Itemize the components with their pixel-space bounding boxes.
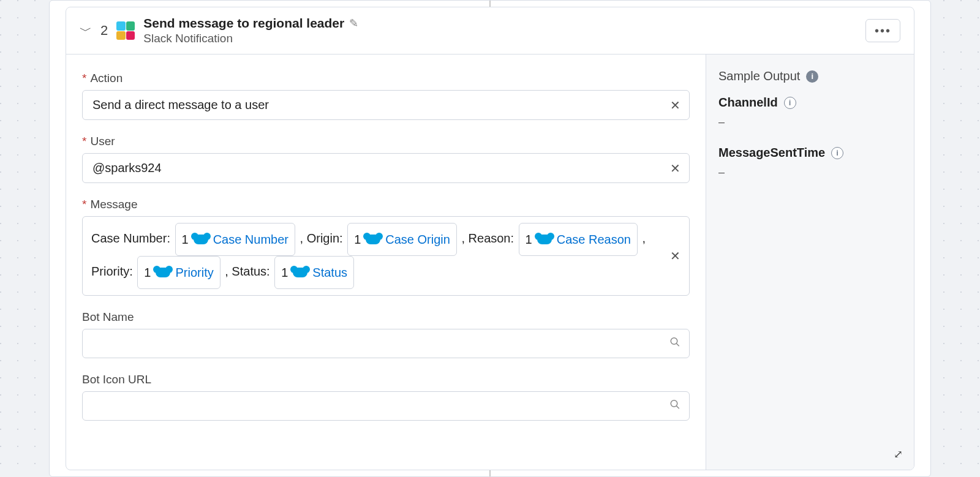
merge-field-pill[interactable]: 1Status [274, 256, 354, 289]
merge-field-pill[interactable]: 1Case Reason [519, 223, 638, 256]
output-field-name: MessageSentTimei [718, 146, 902, 160]
salesforce-icon [156, 268, 170, 277]
clear-message-icon[interactable]: ✕ [670, 242, 680, 269]
svg-line-1 [676, 344, 679, 347]
search-icon [669, 337, 680, 351]
step-node: ﹀ 2 Send message to regional leader ✎ Sl… [66, 7, 914, 470]
svg-line-3 [676, 406, 679, 409]
search-icon [669, 399, 680, 413]
merge-field-pill[interactable]: 1Case Number [175, 223, 296, 256]
output-field-name: ChannelIdi [718, 96, 902, 110]
message-label: *Message [82, 198, 690, 211]
step-subtitle: Slack Notification [143, 32, 358, 45]
botname-input[interactable] [82, 329, 690, 358]
info-icon[interactable]: i [784, 97, 796, 109]
clear-user-icon[interactable]: ✕ [670, 161, 680, 176]
info-icon[interactable]: i [831, 147, 843, 159]
merge-field-pill[interactable]: 1Priority [137, 256, 220, 289]
svg-point-0 [671, 338, 677, 345]
message-input[interactable]: Case Number: 1Case Number , Origin: 1Cas… [82, 216, 690, 296]
salesforce-icon [194, 235, 208, 244]
salesforce-icon [537, 235, 552, 244]
salesforce-icon [366, 235, 380, 244]
connector-bottom [489, 470, 491, 476]
user-input[interactable]: @sparks924 ✕ [82, 153, 690, 183]
step-header: ﹀ 2 Send message to regional leader ✎ Sl… [66, 7, 914, 54]
output-field-value: – [718, 116, 902, 129]
user-label: *User [82, 135, 690, 148]
output-field-value: – [718, 166, 902, 179]
edit-title-icon[interactable]: ✎ [349, 17, 358, 30]
botname-label: Bot Name [82, 310, 690, 324]
collapse-toggle-icon[interactable]: ﹀ [80, 23, 92, 39]
salesforce-icon [293, 268, 307, 277]
step-number: 2 [100, 23, 108, 39]
expand-panel-icon[interactable]: ⤢ [894, 448, 903, 461]
connector-top [489, 1, 491, 7]
clear-action-icon[interactable]: ✕ [670, 98, 680, 113]
more-actions-button[interactable]: ••• [865, 19, 900, 42]
boticon-input[interactable] [82, 391, 690, 421]
step-title: Send message to regional leader [143, 16, 344, 31]
slack-icon [116, 21, 135, 40]
info-icon[interactable]: i [806, 70, 818, 83]
boticon-label: Bot Icon URL [82, 373, 690, 386]
merge-field-pill[interactable]: 1Case Origin [347, 223, 457, 256]
svg-point-2 [671, 400, 677, 407]
action-label: *Action [82, 72, 690, 85]
output-heading: Sample Output [718, 69, 800, 83]
form-panel: *Action Send a direct message to a user … [66, 54, 706, 470]
action-input[interactable]: Send a direct message to a user ✕ [82, 90, 690, 120]
output-panel: Sample Output i ChannelIdi–MessageSentTi… [706, 54, 914, 470]
